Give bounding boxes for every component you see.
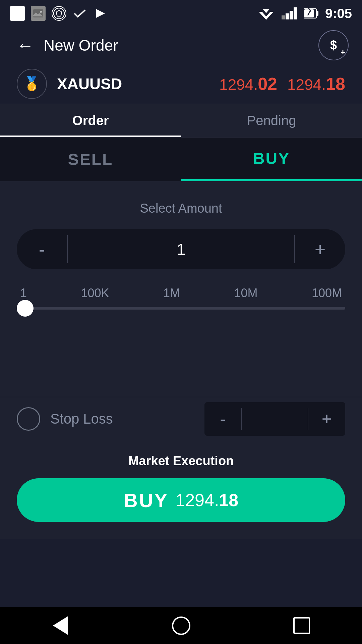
stop-loss-toggle[interactable] xyxy=(17,407,40,431)
buy-execute-price-decimal: 18 xyxy=(219,490,238,510)
stop-loss-row: Stop Loss - + xyxy=(0,397,362,440)
amount-input-row: - 1 + xyxy=(17,229,345,269)
svg-rect-9 xyxy=(286,13,289,19)
slider-labels: 1 100K 1M 10M 100M xyxy=(17,286,345,300)
sell-price: 1294.02 xyxy=(219,74,277,94)
gold-icon: 🥇 xyxy=(23,76,40,92)
slider-label-1: 1 xyxy=(20,286,27,300)
spacer xyxy=(17,330,345,397)
status-right-icons: 9:05 xyxy=(257,6,352,21)
back-button[interactable]: ← xyxy=(13,34,37,57)
svg-rect-7 xyxy=(294,7,297,19)
select-amount-label: Select Amount xyxy=(17,201,345,216)
sell-price-decimal: 02 xyxy=(258,74,277,94)
nav-back-icon xyxy=(53,616,68,635)
buy-price: 1294.18 xyxy=(287,74,345,94)
svg-marker-3 xyxy=(96,9,105,18)
symbol-prices: 1294.02 1294.18 xyxy=(219,74,345,94)
increase-sl-icon: + xyxy=(322,409,332,429)
main-tabs: Order Pending xyxy=(0,104,362,138)
symbol-icon: 🥇 xyxy=(17,69,47,99)
status-icons xyxy=(10,6,108,21)
top-navigation: ← New Order $ + xyxy=(0,27,362,64)
buy-execute-button[interactable]: BUY 1294.18 xyxy=(17,478,345,522)
market-execution-area: Market Execution BUY 1294.18 xyxy=(0,440,362,539)
buy-price-main: 1294. xyxy=(287,76,326,93)
content-area: Select Amount - 1 + 1 100K 1M 10M 100M xyxy=(0,181,362,397)
stop-loss-label: Stop Loss xyxy=(50,411,113,427)
svg-rect-8 xyxy=(290,11,293,19)
nav-recent-icon xyxy=(293,617,310,634)
widget-icon xyxy=(10,6,25,21)
status-bar: 9:05 xyxy=(0,0,362,27)
svg-rect-12 xyxy=(316,11,318,16)
bottom-nav xyxy=(0,607,362,644)
symbol-name: XAUUSD xyxy=(57,75,122,93)
tab-pending[interactable]: Pending xyxy=(181,104,362,137)
decrease-sl-icon: - xyxy=(220,409,226,429)
dollar-icon: $ xyxy=(330,38,337,52)
sell-price-main: 1294. xyxy=(219,76,258,93)
tab-pending-label: Pending xyxy=(247,113,296,128)
buy-label: BUY xyxy=(253,149,290,168)
slider-label-10m: 10M xyxy=(234,286,257,300)
stop-loss-input: - + xyxy=(204,402,345,436)
slider-label-100k: 100K xyxy=(81,286,109,300)
buy-price-decimal: 18 xyxy=(326,74,345,94)
market-execution-label: Market Execution xyxy=(17,454,345,468)
buy-execute-price-main: 1294. xyxy=(175,490,219,510)
sell-toggle[interactable]: SELL xyxy=(0,138,181,181)
page-title: New Order xyxy=(44,36,318,54)
svg-rect-10 xyxy=(282,15,285,19)
increase-amount-button[interactable]: + xyxy=(295,229,345,269)
slider-label-1m: 1M xyxy=(163,286,180,300)
image-icon xyxy=(31,6,46,21)
time-display: 9:05 xyxy=(325,6,352,21)
sl-left-divider xyxy=(241,408,242,430)
nav-home-button[interactable] xyxy=(168,612,194,639)
battery-icon xyxy=(304,7,318,19)
back-arrow-icon: ← xyxy=(16,35,34,55)
decrease-sl-button[interactable]: - xyxy=(204,402,241,436)
increase-sl-button[interactable]: + xyxy=(308,402,345,436)
buy-sell-toggle: SELL BUY xyxy=(0,138,362,181)
nav-back-button[interactable] xyxy=(47,612,74,639)
shield-icon xyxy=(52,6,66,21)
tab-order[interactable]: Order xyxy=(0,104,181,137)
slider-thumb[interactable] xyxy=(17,300,34,317)
amount-value: 1 xyxy=(68,240,294,259)
plus-icon: + xyxy=(341,48,345,57)
nav-home-icon xyxy=(172,616,190,635)
increase-icon: + xyxy=(315,238,326,260)
decrease-icon: - xyxy=(39,238,45,260)
decrease-amount-button[interactable]: - xyxy=(17,229,67,269)
play-store-icon xyxy=(93,6,108,21)
buy-execute-price: 1294.18 xyxy=(175,490,238,510)
nav-recent-button[interactable] xyxy=(288,612,315,639)
check-icon xyxy=(72,6,87,21)
slider-label-100m: 100M xyxy=(312,286,342,300)
buy-toggle[interactable]: BUY xyxy=(181,138,362,181)
svg-point-1 xyxy=(40,11,42,13)
wifi-icon xyxy=(257,7,275,20)
symbol-left: 🥇 XAUUSD xyxy=(17,69,122,99)
sell-label: SELL xyxy=(68,150,113,169)
symbol-row: 🥇 XAUUSD 1294.02 1294.18 xyxy=(0,64,362,104)
tab-order-label: Order xyxy=(72,113,109,128)
signal-icon xyxy=(282,7,297,19)
add-account-button[interactable]: $ + xyxy=(318,30,349,60)
stop-loss-left: Stop Loss xyxy=(17,407,113,431)
buy-execute-label: BUY xyxy=(124,489,169,512)
amount-slider[interactable] xyxy=(17,307,345,310)
